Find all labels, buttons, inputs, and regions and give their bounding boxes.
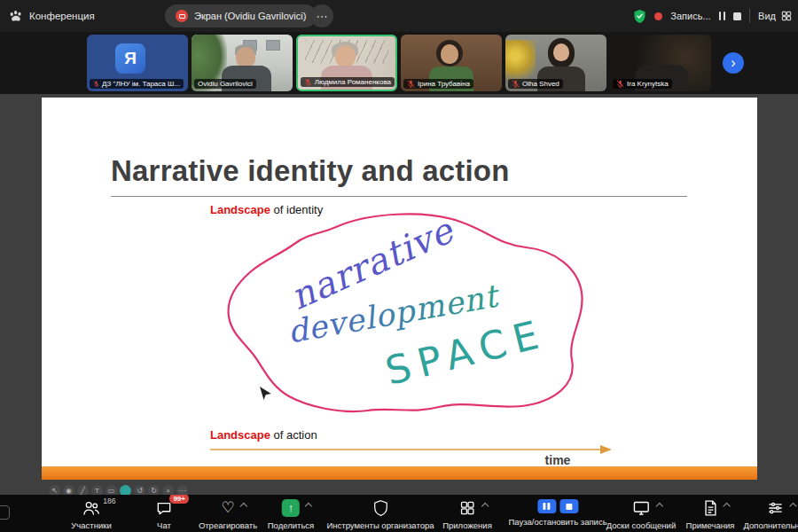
grid-view-icon	[780, 10, 793, 22]
participant-name-tag: Ovidiu Gavrilovici	[194, 79, 256, 89]
slide-title: Narrative identity and action	[111, 154, 510, 188]
participants-count-badge: 186	[103, 497, 115, 505]
yandex-logo: Я	[115, 43, 145, 74]
message-boards-button[interactable]: Доски сообщений	[606, 499, 676, 530]
top-bar-right: Запись... Вид	[633, 0, 793, 32]
conference-app: Конференция Экран (Ovidiu Gavrilovici) ⋯…	[0, 0, 798, 532]
notes-button[interactable]: Примечания	[686, 499, 735, 530]
participants-button[interactable]: 186 Участники	[71, 499, 111, 530]
share-arrow-icon: ↑	[282, 499, 300, 517]
chevron-up-icon	[239, 503, 246, 510]
hand-drawn-blob	[229, 214, 583, 411]
more-options-button[interactable]: Дополнительн...	[743, 499, 798, 530]
mouse-cursor-icon	[260, 387, 271, 400]
view-label: Вид	[758, 11, 776, 21]
participant-name-tag: Ірина Трубавіна	[403, 79, 473, 89]
screen-share-tab-label: Экран (Ovidiu Gavrilovici)	[194, 11, 306, 21]
apps-button[interactable]: Приложения	[442, 499, 492, 530]
title-underline	[111, 196, 687, 197]
note-page-icon	[702, 499, 717, 517]
view-button[interactable]: Вид	[758, 10, 793, 22]
mic-off-icon	[304, 78, 312, 86]
paw-icon	[9, 10, 23, 23]
recording-status: Запись...	[670, 11, 710, 21]
chevron-up-icon	[305, 503, 312, 510]
participant-filmstrip: Я ДЗ "ЛНУ ім. Тараса Ш... Ovidiu Gavrilo…	[0, 32, 798, 94]
bottom-toolbar: 186 Участники 99+ Чат ♡ Отреагировать ↑	[0, 495, 798, 532]
chevron-up-icon	[481, 503, 489, 510]
participant-tile-ovidiu[interactable]: Ovidiu Gavrilovici	[192, 35, 293, 91]
chat-unread-badge: 99+	[169, 495, 189, 504]
screen-share-icon	[176, 10, 188, 22]
antivirus-shield-icon	[633, 9, 646, 24]
landscape-of-action-label: Landscape of action	[210, 428, 317, 442]
chevron-up-icon	[789, 503, 796, 510]
participant-name-tag: Olha Shved	[508, 79, 563, 89]
recording-dot-icon	[654, 12, 662, 20]
mic-off-icon	[93, 80, 99, 88]
heart-icon: ♡	[221, 500, 234, 516]
participant-name-tag: Людмила Романенкова	[301, 77, 395, 87]
chevron-up-icon	[723, 503, 730, 510]
landscape-of-identity-label: Landscape of identity	[210, 203, 323, 216]
participant-tile-olha[interactable]: Olha Shved	[505, 35, 606, 91]
chevron-up-icon	[655, 503, 662, 510]
slide-footer-bar	[42, 466, 757, 480]
pause-recording-top-icon[interactable]	[719, 12, 726, 20]
presentation-slide: Narrative identity and action Landscape …	[42, 98, 757, 480]
participant-tile-iryna[interactable]: Ірина Трубавіна	[401, 35, 502, 91]
handwriting-space: SPACE	[381, 310, 551, 394]
stop-recording-top-icon[interactable]	[733, 12, 741, 20]
participant-name-tag: Ira Krynytska	[613, 79, 672, 89]
stop-recording-button[interactable]	[559, 499, 578, 513]
people-icon	[82, 499, 100, 517]
divider	[749, 9, 750, 23]
app-menu[interactable]: Конференция	[9, 0, 95, 32]
mic-off-icon	[616, 80, 624, 88]
shield-icon	[372, 499, 388, 517]
mic-off-icon	[512, 80, 520, 88]
recording-controls: Пауза/остановить запись	[508, 499, 606, 527]
board-monitor-icon	[632, 499, 651, 517]
pause-recording-button[interactable]	[537, 499, 556, 513]
apps-grid-icon	[458, 499, 476, 517]
shared-screen-stage: Narrative identity and action Landscape …	[0, 94, 798, 495]
participant-name-tag: ДЗ "ЛНУ ім. Тараса Ш...	[90, 79, 184, 89]
top-bar: Конференция Экран (Ovidiu Gavrilovici) ⋯…	[0, 0, 798, 32]
sliders-icon	[766, 499, 784, 517]
host-tools-button[interactable]: Инструменты организатора	[326, 499, 434, 530]
tab-more-button[interactable]: ⋯	[310, 4, 333, 27]
share-screen-button[interactable]: ↑ Поделиться	[268, 499, 314, 530]
handwriting-narrative: narrative	[284, 209, 460, 317]
toolbar-overflow-icon[interactable]	[0, 505, 10, 520]
mic-off-icon	[407, 80, 415, 88]
participant-tile-lnu[interactable]: Я ДЗ "ЛНУ ім. Тараса Ш...	[87, 35, 188, 91]
participant-tile-ira[interactable]: Ira Krynytska	[610, 35, 711, 91]
screen-share-tab[interactable]: Экран (Ovidiu Gavrilovici)	[165, 4, 317, 27]
handwriting-development: development	[285, 278, 503, 350]
time-axis-label: time	[545, 453, 571, 467]
chat-button[interactable]: 99+ Чат	[155, 499, 173, 530]
app-title: Конференция	[29, 11, 95, 21]
participant-tile-lyudmila-active-speaker[interactable]: Людмила Романенкова	[296, 35, 397, 91]
next-participants-button[interactable]: ›	[723, 52, 744, 74]
react-button[interactable]: ♡ Отреагировать	[199, 499, 257, 530]
